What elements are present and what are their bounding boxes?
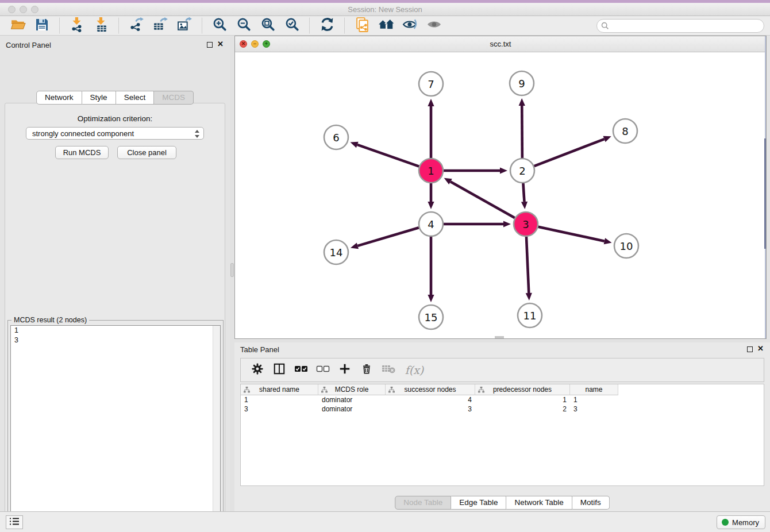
apply-layout-button[interactable] xyxy=(317,17,337,34)
graph-edge-1-6[interactable] xyxy=(357,145,419,167)
add-column-button[interactable] xyxy=(336,361,353,379)
zoom-selected-icon xyxy=(284,17,300,34)
mcds-result-textarea[interactable]: 13 xyxy=(10,325,221,532)
search-field-wrap xyxy=(596,19,764,33)
tab-network-table[interactable]: Network Table xyxy=(507,496,572,510)
node-table[interactable]: shared nameMCDS rolesuccessor nodesprede… xyxy=(240,384,764,486)
column-layout-button[interactable] xyxy=(271,361,288,379)
svg-text:10: 10 xyxy=(620,240,633,252)
graph-edge-arrowhead xyxy=(500,167,507,174)
zoom-in-icon xyxy=(212,17,228,34)
tab-style[interactable]: Style xyxy=(82,91,116,105)
export-image-button[interactable] xyxy=(174,17,195,34)
svg-text:3: 3 xyxy=(522,218,529,230)
save-session-button[interactable] xyxy=(32,17,52,34)
table-row[interactable]: 1dominator411 xyxy=(241,395,764,404)
tab-select[interactable]: Select xyxy=(116,91,155,105)
graph-edge-4-14[interactable] xyxy=(357,228,419,246)
graph-node-4[interactable]: 4 xyxy=(419,212,443,236)
open-session-button[interactable] xyxy=(7,17,28,34)
hide-graphics-details-button[interactable] xyxy=(400,17,421,34)
export-table-button[interactable] xyxy=(150,17,171,34)
search-input[interactable] xyxy=(596,19,764,33)
import-table-button[interactable] xyxy=(91,17,111,34)
control-panel-tabs: NetworkStyleSelectMCDS xyxy=(36,91,194,105)
splitter-handle[interactable] xyxy=(230,263,234,277)
canvas-hscroll-thumb[interactable] xyxy=(495,336,504,338)
homes-icon xyxy=(378,17,395,34)
import-network-button[interactable] xyxy=(67,17,87,34)
tab-motifs[interactable]: Motifs xyxy=(572,496,610,510)
table-float-icon[interactable] xyxy=(747,346,753,352)
table-cell: 1 xyxy=(241,395,318,404)
home-views-button[interactable] xyxy=(376,17,396,34)
criterion-dropdown[interactable]: strongly connected component xyxy=(26,127,204,140)
delete-table-button[interactable] xyxy=(380,361,397,379)
status-bar: Memory xyxy=(0,511,770,532)
float-panel-icon[interactable] xyxy=(207,42,213,48)
graph-node-15[interactable]: 15 xyxy=(419,305,443,329)
graph-edge-2-8[interactable] xyxy=(534,139,605,166)
export-network-button[interactable] xyxy=(126,17,147,34)
graph-node-9[interactable]: 9 xyxy=(510,71,534,95)
result-scrollbar[interactable] xyxy=(213,326,220,531)
function-builder-button[interactable]: f(x) xyxy=(402,361,427,379)
graph-node-10[interactable]: 10 xyxy=(614,234,638,258)
tab-mcds[interactable]: MCDS xyxy=(154,91,194,105)
column-header-successor-nodes[interactable]: successor nodes xyxy=(386,384,475,395)
zoom-in-button[interactable] xyxy=(209,17,230,34)
deselect-all-columns-button[interactable] xyxy=(314,361,332,379)
close-panel-button[interactable]: Close panel xyxy=(117,146,176,159)
graph-node-2[interactable]: 2 xyxy=(510,159,534,183)
select-all-columns-button[interactable] xyxy=(292,361,310,379)
zoom-fit-button[interactable] xyxy=(257,17,278,34)
close-panel-icon[interactable]: ✕ xyxy=(217,40,224,48)
app-title: Session: New Session xyxy=(0,5,770,14)
graph-node-8[interactable]: 8 xyxy=(613,119,637,143)
graph-node-1[interactable]: 1 xyxy=(419,159,443,183)
svg-text:11: 11 xyxy=(523,310,537,322)
tab-node-table[interactable]: Node Table xyxy=(395,496,451,510)
open-folder-icon xyxy=(10,17,26,34)
main-toolbar xyxy=(0,16,770,36)
table-settings-button[interactable] xyxy=(249,361,266,379)
run-mcds-button[interactable]: Run MCDS xyxy=(55,146,109,159)
graph-edge-arrowhead xyxy=(428,295,434,302)
graph-edge-3-10[interactable] xyxy=(538,227,604,241)
graph-edge-3-11[interactable] xyxy=(526,237,529,293)
zoom-out-button[interactable] xyxy=(233,17,254,34)
graph-edge-2-3[interactable] xyxy=(523,183,524,202)
show-graphics-details-button[interactable] xyxy=(424,17,445,34)
graph-node-11[interactable]: 11 xyxy=(518,303,542,327)
network-canvas-svg: 7968124314101511 xyxy=(235,52,766,338)
gear-icon xyxy=(251,363,264,377)
mcds-result-groupbox: MCDS result (2 nodes) 13 xyxy=(7,320,224,532)
network-canvas[interactable]: 7968124314101511 xyxy=(235,52,766,338)
toolbar-separator xyxy=(59,18,60,33)
task-history-button[interactable] xyxy=(6,515,23,529)
memory-button[interactable]: Memory xyxy=(717,515,765,529)
tab-network[interactable]: Network xyxy=(36,91,82,105)
graph-node-6[interactable]: 6 xyxy=(324,125,348,149)
network-file-button[interactable] xyxy=(352,17,372,34)
network-file-icon xyxy=(355,17,370,34)
canvas-vscroll-thumb[interactable] xyxy=(764,138,766,249)
table-row[interactable]: 3dominator323 xyxy=(241,404,764,414)
column-header-MCDS-role[interactable]: MCDS role xyxy=(318,384,386,395)
vertical-splitter[interactable] xyxy=(230,36,234,511)
graph-edge-arrowhead xyxy=(351,142,359,148)
graph-edge-arrowhead xyxy=(521,202,528,209)
column-header-name[interactable]: name xyxy=(570,384,618,395)
column-header-predecessor-nodes[interactable]: predecessor nodes xyxy=(475,384,570,395)
graph-edge-2-9[interactable] xyxy=(522,106,522,158)
delete-column-button[interactable] xyxy=(358,361,375,379)
graph-node-7[interactable]: 7 xyxy=(419,72,443,96)
graph-node-14[interactable]: 14 xyxy=(324,240,348,264)
zoom-selected-button[interactable] xyxy=(282,17,302,34)
column-header-shared-name[interactable]: shared name xyxy=(241,384,318,395)
table-cell: 3 xyxy=(241,404,318,414)
graph-edge-3-1[interactable] xyxy=(451,182,515,218)
tab-edge-table[interactable]: Edge Table xyxy=(451,496,506,510)
graph-node-3[interactable]: 3 xyxy=(514,212,538,236)
table-close-icon[interactable]: ✕ xyxy=(757,344,764,353)
